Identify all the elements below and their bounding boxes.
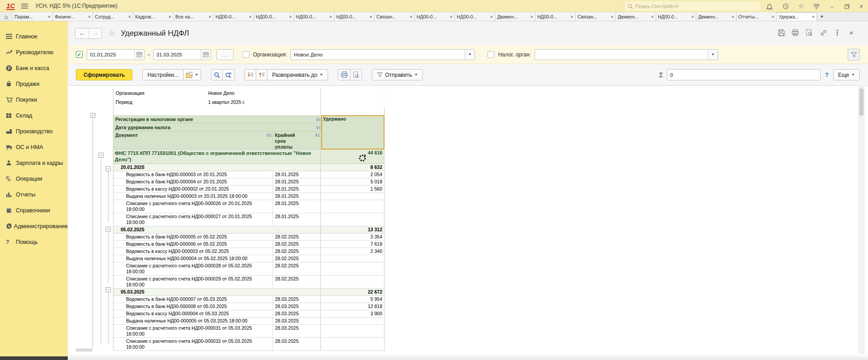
expand-groups-icon[interactable] [256,69,267,80]
calendar-icon[interactable] [201,50,211,60]
tab-5[interactable]: Все на...× [174,12,214,21]
tab-close-icon[interactable]: × [127,14,131,19]
print-preview-icon[interactable] [805,28,813,37]
sort-icon[interactable] [315,132,320,148]
tab-9[interactable]: НД00-0...× [334,12,375,21]
panel-settings-icon[interactable] [812,2,821,10]
vertical-scrollbar[interactable] [859,87,864,360]
collapse-expander[interactable]: − [106,227,111,232]
tax-authority-combo[interactable]: ▼ [535,49,718,60]
sidebar-item-pokupki[interactable]: Покупки [0,92,68,108]
tab-close-icon[interactable]: × [408,14,413,19]
report-row[interactable]: Списание с расчетного счета НД00-000026 … [113,200,385,213]
tab-6[interactable]: НД00-0...× [214,12,254,21]
sidebar-item-pomosch[interactable]: ?Помощь [0,234,68,250]
collapse-expander[interactable]: − [90,113,95,118]
sort-icon[interactable] [267,132,272,148]
forward-button[interactable]: → [89,28,102,38]
report-row[interactable]: Выдача наличных НД00-000003 от 20.01.202… [113,193,385,200]
sidebar-item-spravochniki[interactable]: Справочники [0,202,68,218]
report-date-group-row[interactable]: 05.02.202513 312 [113,226,385,234]
collapse-expander[interactable]: − [106,166,111,171]
tab-close-icon[interactable]: × [610,14,614,19]
tab-close-icon[interactable]: × [770,14,774,19]
search-next-button[interactable] [223,69,235,80]
tab-20[interactable]: Удержа...× [777,12,817,21]
date-to-field[interactable] [153,49,211,60]
main-menu-icon[interactable] [21,4,28,9]
sidebar-item-proizvodstvo[interactable]: Производство [0,123,68,139]
tab-close-icon[interactable]: × [811,14,815,19]
tab-close-icon[interactable]: × [650,14,654,19]
tab-close-icon[interactable]: × [489,14,493,19]
sidebar-item-otchety[interactable]: Отчеты [0,187,68,202]
report-date-group-row[interactable]: 05.03.202522 672 [113,289,385,296]
sidebar-item-zarplata-i-kadry[interactable]: Зарплата и кадры [0,155,68,171]
tax-authority-input[interactable] [535,52,708,57]
sidebar-item-sklad[interactable]: Склад [0,108,68,123]
report-row[interactable]: Ведомость в банк НД00-000003 от 20.01.20… [113,171,385,178]
column-registration-header[interactable]: Регистрация в налоговом органе [113,115,321,123]
tab-1[interactable]: Парам...× [13,12,53,21]
tab-close-icon[interactable]: × [248,14,252,19]
tab-19[interactable]: Отчеты...× [737,12,777,21]
collapse-expander[interactable]: − [99,153,103,158]
tab-13[interactable]: Движен...× [495,12,535,21]
sort-icon[interactable] [316,117,321,122]
sidebar-item-prodazhi[interactable]: Продажи [0,76,68,92]
report-row[interactable]: Списание с расчетного счета НД00-000029 … [113,276,385,289]
report-row[interactable]: Выдача наличных НД00-000005 от 05.03.202… [113,318,385,325]
search-input[interactable] [635,4,758,9]
report-row[interactable]: Списание с расчетного счета НД00-000032 … [113,338,385,351]
maximize-icon[interactable] [842,2,851,10]
tab-8[interactable]: НД00-0...× [294,12,334,21]
report-date-group-row[interactable]: 20.01.20258 632 [113,164,385,171]
report-row[interactable]: Списание с расчетного счета НД00-000028 … [113,262,385,276]
report-row[interactable]: Ведомость в банк НД00-000004 от 20.01.20… [113,178,385,186]
tab-close-icon[interactable]: × [569,14,573,19]
settings-button[interactable]: Настройки... [142,69,183,80]
report-row[interactable]: Списание с расчетного счета НД00-000027 … [113,213,385,226]
more-button[interactable]: Еще▼ [833,69,860,80]
organization-input[interactable] [291,52,464,57]
help-link[interactable]: ? [825,71,829,78]
get-link-icon[interactable] [819,28,827,37]
tab-close-icon[interactable]: × [167,14,171,19]
report-row[interactable]: Ведомость в банк НД00-000007 от 05.03.20… [113,296,385,303]
back-button[interactable]: ← [75,28,89,38]
print-icon[interactable] [791,28,799,37]
date-to-input[interactable] [154,52,201,57]
tab-close-icon[interactable]: × [529,14,533,19]
report-row[interactable]: Ведомость в кассу НД00-000002 от 20.01.2… [113,186,385,193]
tab-14[interactable]: НД00-0...× [535,12,576,21]
column-withhold-date-header[interactable]: Дата удержания налога [113,123,321,131]
tax-authority-checkbox[interactable] [488,51,494,58]
report-row[interactable]: Списание с расчетного счета НД00-000031 … [113,325,385,338]
expand-to-button[interactable]: Разворачивать до▼ [267,69,328,80]
sidebar-item-operacii[interactable]: ДтКтОперации [0,171,68,187]
report-row[interactable]: Выдача наличных НД00-000004 от 05.02.202… [113,255,385,262]
tab-close-icon[interactable]: × [730,14,734,19]
report-row[interactable]: Ведомость в банк НД00-000006 от 05.02.20… [113,241,385,248]
chevron-down-icon[interactable]: ▼ [464,50,474,60]
tab-close-icon[interactable]: × [47,14,51,19]
report-row[interactable]: Ведомость в кассу НД00-000003 от 05.02.2… [113,248,385,255]
report-row[interactable]: Ведомость в банк НД00-000005 от 05.02.20… [113,234,385,241]
save-icon[interactable] [777,28,785,37]
send-button[interactable]: Отправить▼ [372,69,422,80]
sidebar-item-bank-i-kassa[interactable]: Банк и касса [0,60,68,76]
close-form-icon[interactable]: × [847,28,855,37]
print-button[interactable] [338,69,351,80]
tab-2[interactable]: Физиче...× [53,12,93,21]
autosum-input[interactable] [667,72,820,78]
tab-close-icon[interactable]: × [690,14,694,19]
organization-checkbox[interactable] [243,51,249,58]
tab-15[interactable]: Связан...× [576,12,616,21]
tab-12[interactable]: НД00-0...× [455,12,495,21]
collapse-expander[interactable]: − [106,287,111,292]
report-group-root-row[interactable]: ФНС 7715 КПП 771501001 (Общество с огран… [113,150,385,164]
tab-11[interactable]: НД00-0...× [415,12,455,21]
report-variants-icon[interactable]: ▼ [183,69,201,80]
history-icon[interactable] [781,2,790,10]
sidebar-item-glavnoe[interactable]: Главное [0,28,68,44]
